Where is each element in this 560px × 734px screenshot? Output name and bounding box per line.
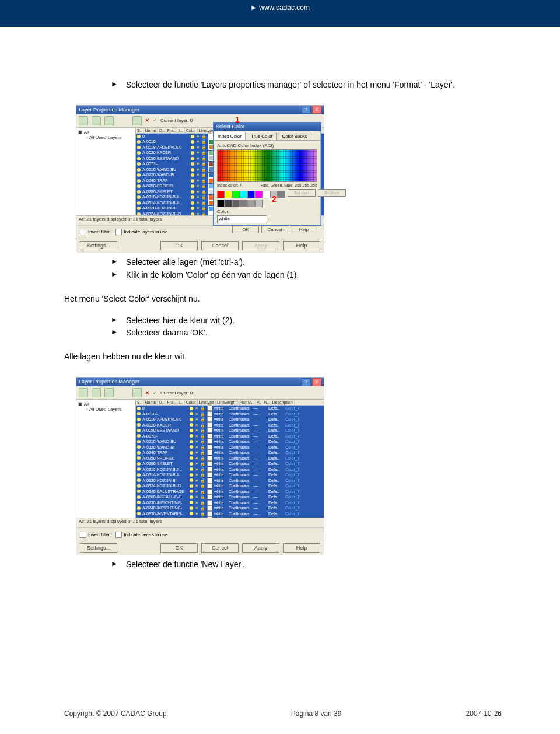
new-group-icon[interactable]	[92, 116, 101, 125]
dialog-titlebar: Layer Properties Manager ? X	[76, 106, 324, 114]
close-icon[interactable]: X	[312, 378, 321, 386]
color-ok-button[interactable]: OK	[232, 226, 259, 233]
table-row[interactable]: A-0324-KOZIJN-BI-D..☀🔒whiteContinuous—De…	[136, 483, 324, 489]
invert-filter-checkbox[interactable]	[80, 532, 86, 538]
new-group-icon[interactable]	[92, 388, 101, 397]
select-color-dialog: Select Color Index Color True Color Colo…	[213, 122, 321, 226]
swatch[interactable]	[255, 200, 262, 207]
table-row[interactable]: A-0730-INRICHTING-..☀🔒whiteContinuous—De…	[136, 500, 324, 506]
set-current-icon[interactable]: ✓	[153, 390, 157, 396]
footer-date: 2007-10-26	[466, 709, 502, 718]
tab-index-color[interactable]: Index Color	[214, 132, 246, 140]
apply-button[interactable]: Apply	[242, 543, 279, 553]
bylayer-button[interactable]: ByLayer	[288, 189, 316, 197]
step-list-2: Selecteer alle lagen (met 'ctrl-a'). Kli…	[64, 257, 502, 281]
help-icon[interactable]: ?	[302, 106, 311, 114]
cancel-button[interactable]: Cancel	[201, 543, 239, 553]
indicate-label: Indicate layers in use	[124, 532, 167, 537]
apply-button[interactable]: Apply	[242, 241, 279, 250]
table-row[interactable]: A-0740-INRICHTING-..☀🔒whiteContinuous—De…	[136, 505, 324, 511]
paragraph: Het menu 'Select Color' verschijnt nu.	[64, 293, 502, 305]
swatch[interactable]	[240, 200, 247, 207]
swatch[interactable]	[247, 191, 255, 198]
layer-states-icon[interactable]	[104, 388, 114, 397]
step-item: Klik in de kolom 'Color' op één van de l…	[111, 270, 502, 281]
table-row[interactable]: A-0280-SKELET☀🔒whiteContinuous—Defa..Col…	[136, 461, 324, 467]
tree-leaf[interactable]: All Used Layers	[89, 407, 122, 412]
layer-list-header[interactable]: S..NameO..Fre..L..ColorLinetypeLineweigh…	[136, 400, 324, 406]
ok-button[interactable]: OK	[160, 241, 198, 250]
color-cancel-button[interactable]: Cancel	[261, 226, 288, 233]
table-row[interactable]: A-0314-KOZIJN-BU-..☀🔒whiteContinuous—Def…	[136, 472, 324, 478]
table-row[interactable]: A-0010--☀🔒whiteContinuous—Defa..Color_7	[136, 411, 324, 417]
table-row[interactable]: A-0220-WAND-BI☀🔒whiteContinuous—Defa..Co…	[136, 445, 324, 450]
delete-layer-icon[interactable]: ✕	[145, 118, 149, 123]
indicate-checkbox[interactable]	[116, 229, 122, 235]
table-row[interactable]: A-0050-BESTAAND☀🔒whiteContinuous—Defa..C…	[136, 428, 324, 434]
tab-color-books[interactable]: Color Books	[278, 132, 312, 140]
callout-2: 2	[272, 194, 276, 204]
swatch[interactable]	[225, 200, 232, 207]
help-icon[interactable]: ?	[302, 378, 311, 386]
color-palette[interactable]	[217, 149, 317, 182]
step-item: Selecteer hier de kleur wit (2).	[111, 315, 502, 326]
color-help-button[interactable]: Help	[290, 226, 317, 233]
step-item: Selecteer daarna 'OK'.	[111, 327, 502, 338]
swatch[interactable]	[232, 191, 240, 198]
settings-button[interactable]: Settings...	[80, 241, 117, 250]
table-row[interactable]: A-0320-KOZIJN-BI☀🔒whiteContinuous—Defa..…	[136, 478, 324, 484]
table-row[interactable]: A-0250-PROFIEL☀🔒whiteContinuous—Defa..Co…	[136, 456, 324, 462]
swatch[interactable]	[225, 191, 232, 198]
gray-swatches[interactable]	[217, 200, 317, 207]
swatch[interactable]	[232, 200, 240, 207]
ok-button[interactable]: OK	[160, 543, 198, 553]
color-input[interactable]: white	[217, 215, 267, 223]
help-button[interactable]: Help	[283, 543, 320, 553]
new-layer-icon[interactable]	[132, 116, 142, 125]
swatch[interactable]	[247, 200, 255, 207]
table-row[interactable]: A-1120-TEKST-ANA..☀🔒whiteContinuous—Defa…	[136, 516, 324, 518]
swatch[interactable]	[240, 191, 247, 198]
step-list-1: Selecteer de functie 'Layers properties …	[64, 79, 502, 90]
swatch[interactable]	[217, 200, 225, 207]
table-row[interactable]: A-0830-INVENTARIS-..☀🔒whiteContinuous—De…	[136, 511, 324, 517]
close-icon[interactable]: X	[312, 106, 321, 114]
table-row[interactable]: 0☀🔒whiteContinuous—Defa..Color_7	[136, 406, 324, 411]
table-row[interactable]: A-0020-KADER☀🔒whiteContinuous—Defa..Colo…	[136, 422, 324, 428]
new-layer-icon[interactable]	[132, 388, 142, 397]
table-row[interactable]: A-0019-AFDEKVLAK☀🔒whiteContinuous—Defa..…	[136, 417, 324, 422]
swatch[interactable]	[217, 191, 225, 198]
filter-tree[interactable]: ▣ All ▫ All Used Layers	[76, 128, 136, 215]
filter-tree[interactable]: ▣ All ▫ All Used Layers	[76, 400, 136, 518]
table-row[interactable]: A-0660-INSTALL-E-T..☀🔒whiteContinuous—De…	[136, 494, 324, 500]
tree-leaf[interactable]: All Used Layers	[89, 135, 122, 140]
delete-layer-icon[interactable]: ✕	[145, 390, 149, 396]
page-footer: Copyright © 2007 CADAC Group Pagina 8 va…	[64, 709, 502, 718]
table-row[interactable]: A-0210-WAND-BU☀🔒whiteContinuous—Defa..Co…	[136, 439, 324, 445]
table-row[interactable]: A-0073--☀🔒whiteContinuous—Defa..Color_7	[136, 434, 324, 439]
tree-root[interactable]: All	[84, 130, 89, 135]
new-filter-icon[interactable]	[79, 388, 88, 397]
table-row[interactable]: A-0340-BALUSTRADE☀🔒whiteContinuous—Defa.…	[136, 489, 324, 495]
settings-button[interactable]: Settings...	[80, 543, 117, 553]
table-row[interactable]: A-0240-TRAP☀🔒whiteContinuous—Defa..Color…	[136, 450, 324, 456]
new-filter-icon[interactable]	[79, 116, 88, 125]
indicate-checkbox[interactable]	[116, 532, 122, 538]
cancel-button[interactable]: Cancel	[201, 241, 239, 250]
color-dialog-tabs: Index Color True Color Color Books	[214, 131, 321, 141]
layer-states-icon[interactable]	[104, 116, 114, 125]
byblock-button[interactable]: ByBlock	[318, 189, 346, 197]
layer-list[interactable]: S..NameO..Fre..L..ColorLinetypeLineweigh…	[136, 400, 324, 518]
tree-root[interactable]: All	[84, 401, 89, 407]
set-current-icon[interactable]: ✓	[153, 118, 157, 123]
footer-copyright: Copyright © 2007 CADAC Group	[64, 709, 167, 718]
invert-filter-checkbox[interactable]	[80, 229, 86, 235]
table-row[interactable]: A-0310-KOZIJN-BU-..☀🔒whiteContinuous—Def…	[136, 467, 324, 473]
swatch[interactable]	[278, 191, 285, 198]
header-url: ► www.cadac.com	[250, 4, 310, 12]
tab-true-color[interactable]: True Color	[247, 132, 277, 140]
help-button[interactable]: Help	[283, 241, 320, 250]
swatch[interactable]	[262, 191, 270, 198]
swatch[interactable]	[255, 191, 262, 198]
callout-1: 1	[235, 115, 240, 124]
